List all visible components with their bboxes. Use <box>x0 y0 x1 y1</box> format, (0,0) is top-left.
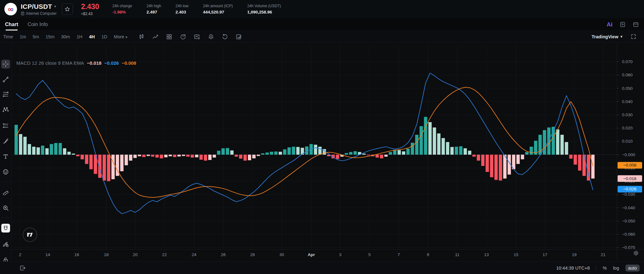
ai-assistant-icon[interactable]: Ai <box>607 21 613 28</box>
candlestick-style-button[interactable] <box>138 34 145 40</box>
svg-text:2: 2 <box>19 252 21 257</box>
stat-volume: 24h Volume (USDT) 1,090,258.96 <box>247 4 281 14</box>
svg-text:30: 30 <box>279 252 284 257</box>
svg-text:−0.040: −0.040 <box>622 206 635 210</box>
chart-settings-button[interactable] <box>194 34 200 40</box>
fullscreen-icon[interactable] <box>630 34 636 40</box>
tab-coin-info[interactable]: Coin Info <box>28 18 48 30</box>
price-scale-settings-icon[interactable] <box>633 250 639 257</box>
news-icon[interactable] <box>619 21 626 28</box>
svg-text:−0.070: −0.070 <box>622 245 635 250</box>
svg-text:11: 11 <box>455 252 459 257</box>
coin-doc-icon <box>21 12 25 15</box>
chart-region: 0.0700.0600.0500.0400.0300.0200.010−0.00… <box>0 43 644 274</box>
layout-panel-icon[interactable] <box>633 21 639 28</box>
tf-1d[interactable]: 1D <box>102 34 108 39</box>
price-block: 2.430 ≈$2.43 <box>81 3 99 16</box>
svg-text:3: 3 <box>339 252 341 257</box>
chevron-down-icon[interactable]: ▾ <box>54 4 56 8</box>
svg-text:18: 18 <box>104 252 108 257</box>
svg-text:Apr: Apr <box>308 252 315 257</box>
icp-logo: ∞ <box>4 3 17 15</box>
go-to-date-icon[interactable] <box>19 265 26 271</box>
macd-signal-value: −0.008 <box>122 60 136 66</box>
usd-price: ≈$2.43 <box>81 12 99 16</box>
last-price: 2.430 <box>81 3 99 11</box>
svg-text:20: 20 <box>133 252 137 257</box>
svg-text:26: 26 <box>221 252 225 257</box>
stat-amount: 24h amount (ICP) 444,520.97 <box>203 4 233 14</box>
svg-text:13: 13 <box>484 252 489 257</box>
drawing-lock-tool[interactable] <box>1 240 10 249</box>
replay-button[interactable] <box>222 34 228 40</box>
svg-text:−0.030: −0.030 <box>622 192 635 197</box>
svg-text:−0.018: −0.018 <box>623 176 636 181</box>
log-scale-button[interactable]: log <box>613 266 619 271</box>
svg-text:14: 14 <box>45 252 50 257</box>
tf-30m[interactable]: 30m <box>61 34 70 39</box>
stat-change: 24h change -1.98% <box>112 4 132 14</box>
macd-legend-title: MACD 12 26 close 9 EMA EMA <box>16 60 84 66</box>
svg-text:0.010: 0.010 <box>622 139 633 144</box>
star-icon <box>64 6 70 12</box>
tf-1m[interactable]: 1m <box>20 34 26 39</box>
long-position-tool[interactable] <box>1 121 10 130</box>
svg-text:21: 21 <box>601 252 605 257</box>
trend-line-tool[interactable] <box>1 75 10 84</box>
crosshair-tool[interactable] <box>1 60 10 68</box>
chart-provider-select[interactable]: TradingView ▾ <box>591 34 622 39</box>
countdown-timer-button[interactable] <box>180 34 186 40</box>
macd-plot[interactable]: 0.0700.0600.0500.0400.0300.0200.010−0.00… <box>0 43 644 274</box>
pair-name: ICP/USDT <box>21 3 52 10</box>
svg-text:17: 17 <box>542 252 547 257</box>
chevron-down-icon: ▾ <box>620 35 622 39</box>
pair-selector[interactable]: ICP/USDT ▾ Internet Computer <box>21 3 57 16</box>
svg-text:−0.050: −0.050 <box>622 219 635 223</box>
drawing-toolbar <box>0 43 11 274</box>
auto-scale-button[interactable]: auto <box>625 265 640 271</box>
percent-scale-button[interactable]: % <box>602 266 607 271</box>
fib-retracement-tool[interactable] <box>1 90 10 99</box>
alert-bell-button[interactable] <box>208 34 214 40</box>
tf-5m[interactable]: 5m <box>33 34 39 39</box>
brush-tool[interactable] <box>1 137 10 145</box>
indicator-legend[interactable]: MACD 12 26 close 9 EMA EMA −0.018 −0.026… <box>16 60 136 66</box>
svg-text:16: 16 <box>74 252 79 257</box>
svg-text:0.070: 0.070 <box>622 59 633 64</box>
macd-hist-value: −0.018 <box>87 60 101 66</box>
divider <box>2 182 10 182</box>
text-tool[interactable] <box>1 152 10 161</box>
clock-timezone-button[interactable]: 10:44:39 UTC+8 <box>556 266 590 271</box>
time-menu[interactable]: Time <box>3 34 13 39</box>
tf-1h[interactable]: 1H <box>76 34 82 39</box>
chart-toolbar: Time 1m 5m 15m 30m 1H 4H 1D More ▾ <box>0 31 644 43</box>
svg-text:0.020: 0.020 <box>622 126 633 130</box>
svg-text:−0.060: −0.060 <box>622 232 635 237</box>
order-edit-button[interactable] <box>236 34 242 40</box>
svg-text:22: 22 <box>162 252 167 257</box>
magnet-tool[interactable] <box>1 224 10 233</box>
stats-strip: 24h change -1.98% 24h high 2.497 24h low… <box>112 4 281 14</box>
svg-text:0.050: 0.050 <box>622 86 633 91</box>
xabcd-pattern-tool[interactable] <box>1 105 10 114</box>
chart-footer: 10:44:39 UTC+8 % log auto <box>0 261 644 274</box>
favorite-button[interactable] <box>62 3 73 15</box>
zoom-in-tool[interactable] <box>1 204 10 212</box>
grid-layout-button[interactable] <box>166 34 172 40</box>
macd-line-value: −0.026 <box>104 60 119 66</box>
symbol-header: ∞ ICP/USDT ▾ Internet Computer 2.430 ≈$2… <box>0 0 644 18</box>
tf-4h-active[interactable]: 4H <box>89 34 95 39</box>
svg-text:0.030: 0.030 <box>622 112 633 117</box>
tf-15m[interactable]: 15m <box>46 34 54 39</box>
divider <box>2 217 10 218</box>
svg-text:28: 28 <box>250 252 255 257</box>
tab-chart[interactable]: Chart <box>5 18 18 30</box>
line-chart-button[interactable] <box>152 34 158 40</box>
more-menu[interactable]: More ▾ <box>114 34 127 39</box>
emoji-tool[interactable] <box>1 167 10 176</box>
chevron-down-icon: ▾ <box>125 35 127 39</box>
trading-app: ∞ ICP/USDT ▾ Internet Computer 2.430 ≈$2… <box>0 0 644 274</box>
svg-text:0.040: 0.040 <box>622 99 633 104</box>
coin-full-name: Internet Computer <box>26 11 57 16</box>
ruler-tool[interactable] <box>1 188 10 196</box>
